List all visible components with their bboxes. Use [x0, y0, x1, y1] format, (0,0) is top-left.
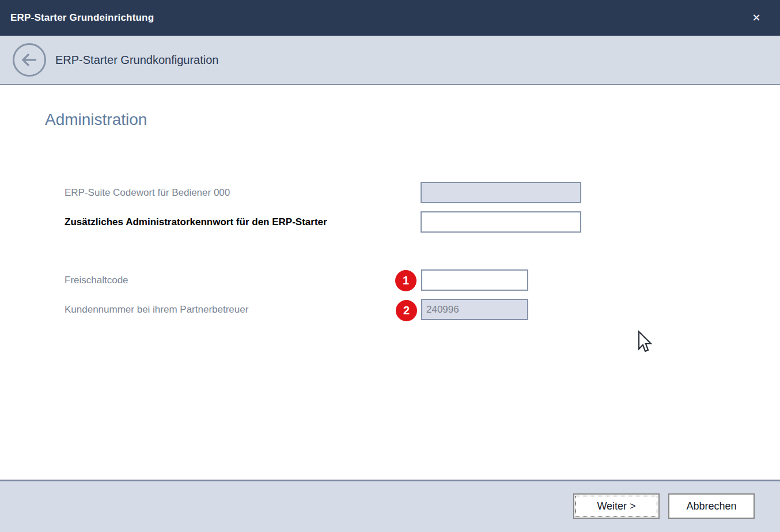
label-freischaltcode: Freischaltcode — [65, 275, 128, 286]
label-admin-password: Zusätzliches Administratorkennwort für d… — [65, 216, 327, 228]
wizard-step-title: ERP-Starter Grundkonfiguration — [55, 54, 218, 67]
step-badge-1: 1 — [395, 270, 416, 291]
wizard-header: ERP-Starter Grundkonfiguration — [0, 36, 780, 85]
cancel-button[interactable]: Abbrechen — [668, 493, 755, 519]
step-badge-2: 2 — [396, 300, 417, 321]
label-kundennummer: Kundennummer bei ihrem Partnerbetreuer — [65, 304, 248, 316]
kundennummer-field — [421, 299, 528, 320]
label-codeword: ERP-Suite Codewort für Bediener 000 — [65, 187, 230, 199]
freischaltcode-field[interactable] — [421, 269, 528, 291]
back-button[interactable] — [13, 43, 46, 77]
titlebar: ERP-Starter Grundeinrichtung ✕ — [0, 0, 780, 36]
codeword-field — [421, 182, 581, 203]
next-button[interactable]: Weiter > — [573, 493, 660, 519]
footer-bar — [0, 480, 780, 532]
close-icon[interactable]: ✕ — [747, 8, 766, 28]
page-title: Administration — [45, 111, 147, 129]
mouse-cursor-icon — [636, 330, 653, 357]
admin-password-field[interactable] — [421, 211, 581, 233]
arrow-left-icon — [20, 50, 39, 70]
window-title: ERP-Starter Grundeinrichtung — [10, 12, 154, 24]
